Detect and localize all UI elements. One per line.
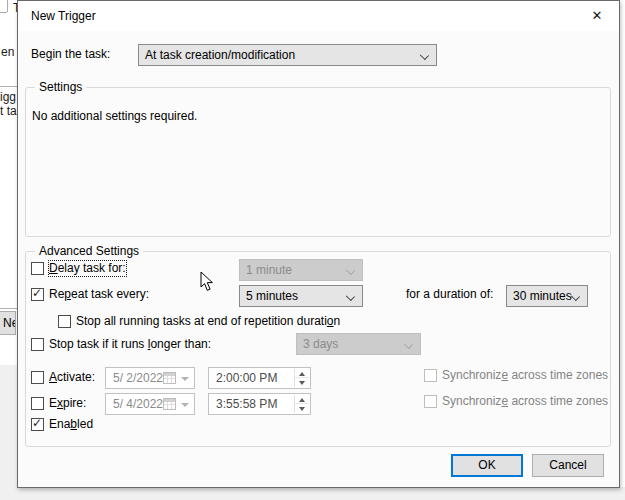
cancel-button[interactable]: Cancel [532, 454, 604, 477]
begin-task-dropdown-value: At task creation/modification [145, 48, 295, 62]
background-divider-2 [0, 308, 17, 309]
activate-time-spinner: 2:00:00 PM [208, 367, 311, 389]
background-divider [0, 86, 17, 87]
calendar-icon [163, 372, 176, 384]
enabled-checkbox[interactable]: ✓ [31, 418, 44, 431]
stop-task-longer-checkbox[interactable] [31, 338, 44, 351]
begin-task-label: Begin the task: [31, 47, 110, 62]
new-trigger-dialog: New Trigger ✕ Begin the task: At task cr… [17, 0, 620, 488]
stop-task-longer-value: 3 days [303, 337, 338, 351]
close-button[interactable]: ✕ [581, 4, 613, 28]
spinner-down-icon [295, 378, 309, 387]
settings-message: No additional settings required. [32, 109, 197, 123]
check-icon: ✓ [32, 416, 42, 430]
settings-group: Settings No additional settings required… [25, 87, 611, 237]
background-text-fragment-task: t ta [0, 104, 17, 118]
spinner-control [294, 395, 309, 413]
title-bar[interactable]: New Trigger ✕ [18, 1, 619, 31]
stop-task-longer-label[interactable]: Stop task if it runs longer than: [49, 337, 211, 352]
chevron-down-icon [571, 292, 580, 301]
advanced-settings-group-title: Advanced Settings [35, 244, 143, 258]
spinner-control [294, 369, 309, 387]
dialog-title: New Trigger [31, 9, 96, 23]
chevron-down-icon [346, 266, 355, 275]
expire-checkbox[interactable] [31, 397, 44, 410]
chevron-down-icon [346, 292, 355, 301]
calendar-icon [163, 398, 176, 410]
ok-button[interactable]: OK [451, 454, 523, 477]
expire-sync-timezone-checkbox [424, 395, 437, 408]
expire-time-spinner: 3:55:58 PM [208, 393, 311, 415]
background-text-fragment-trigger: igg [0, 90, 17, 104]
check-icon: ✓ [32, 286, 42, 300]
background-tab-border-bottom [0, 12, 7, 13]
spinner-up-icon [295, 395, 309, 404]
delay-task-dropdown: 1 minute [239, 259, 363, 281]
background-text-fragment-when: en y [1, 45, 17, 59]
spinner-up-icon [295, 369, 309, 378]
expire-sync-timezone-label: Synchronize across time zones [442, 394, 608, 409]
background-footer-area-bottom [0, 487, 625, 500]
delay-task-checkbox[interactable] [31, 262, 44, 275]
repeat-task-label[interactable]: Repeat task every: [49, 287, 149, 302]
delay-task-label[interactable]: Delay task for: [49, 261, 126, 276]
expire-date-value: 5/ 4/2022 [113, 397, 163, 411]
background-new-button-fragment[interactable]: Ne [0, 311, 16, 335]
expire-label[interactable]: Expire: [49, 396, 86, 411]
enabled-label[interactable]: Enabled [49, 417, 93, 432]
background-footer-area [0, 365, 17, 500]
delay-task-dropdown-value: 1 minute [246, 263, 292, 277]
activate-date-picker: 5/ 2/2022 [105, 367, 195, 389]
chevron-down-icon [420, 51, 429, 60]
duration-label: for a duration of: [406, 287, 493, 302]
activate-time-value: 2:00:00 PM [216, 371, 277, 385]
expire-date-picker: 5/ 4/2022 [105, 393, 195, 415]
dropdown-arrow-icon [181, 377, 189, 381]
mouse-cursor [200, 271, 214, 292]
activate-label[interactable]: Activate: [49, 370, 95, 385]
close-icon: ✕ [592, 8, 603, 23]
activate-sync-timezone-checkbox [424, 369, 437, 382]
stop-task-longer-dropdown: 3 days [296, 333, 421, 355]
settings-group-title: Settings [35, 80, 86, 94]
repeat-interval-value: 5 minutes [246, 289, 298, 303]
begin-task-dropdown[interactable]: At task creation/modification [138, 44, 437, 66]
activate-sync-timezone-label: Synchronize across time zones [442, 368, 608, 383]
dropdown-arrow-icon [181, 403, 189, 407]
stop-all-tasks-label[interactable]: Stop all running tasks at end of repetit… [76, 314, 340, 329]
chevron-down-icon [404, 340, 413, 349]
repeat-interval-dropdown[interactable]: 5 minutes [239, 285, 363, 307]
duration-dropdown[interactable]: 30 minutes [506, 285, 588, 307]
expire-time-value: 3:55:58 PM [216, 397, 277, 411]
spinner-down-icon [295, 404, 309, 413]
stop-all-tasks-checkbox[interactable] [58, 315, 71, 328]
activate-checkbox[interactable] [31, 371, 44, 384]
activate-date-value: 5/ 2/2022 [113, 371, 163, 385]
duration-value: 30 minutes [513, 289, 572, 303]
repeat-task-checkbox[interactable]: ✓ [31, 288, 44, 301]
background-tab-border [7, 0, 8, 12]
